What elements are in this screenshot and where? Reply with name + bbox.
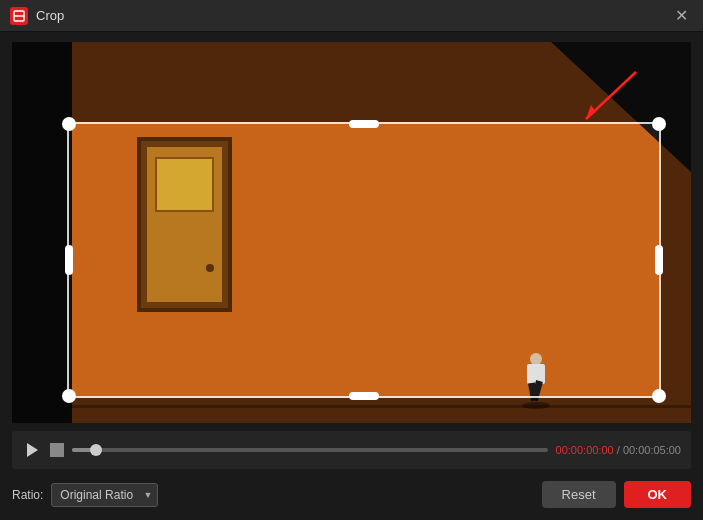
door-frame — [137, 137, 232, 312]
crop-overlay-right — [661, 122, 691, 398]
time-current: 00:00:00:00 — [556, 444, 614, 456]
bottom-bar: Ratio: Original Ratio 16:9 4:3 1:1 9:16 … — [12, 477, 691, 512]
play-button[interactable] — [22, 440, 42, 460]
time-display: 00:00:00:00 / 00:00:05:00 — [556, 444, 681, 456]
door-handle — [206, 264, 214, 272]
window-title: Crop — [36, 8, 669, 23]
video-preview — [12, 42, 691, 423]
time-separator: / — [614, 444, 623, 456]
close-button[interactable]: ✕ — [669, 4, 693, 28]
door-window — [155, 157, 214, 212]
reset-button[interactable]: Reset — [542, 481, 616, 508]
time-total: 00:00:05:00 — [623, 444, 681, 456]
title-bar: Crop ✕ — [0, 0, 703, 32]
crop-overlay-bottom — [12, 398, 691, 423]
stop-button[interactable] — [50, 443, 64, 457]
timeline-track[interactable] — [72, 448, 548, 452]
crop-overlay-left — [12, 122, 67, 398]
door-panel — [147, 147, 222, 302]
play-icon — [27, 443, 38, 457]
controls-bar: 00:00:00:00 / 00:00:05:00 — [12, 431, 691, 469]
main-content: 00:00:00:00 / 00:00:05:00 Ratio: Origina… — [0, 32, 703, 520]
crop-overlay-top — [12, 42, 691, 122]
ratio-select-wrapper: Original Ratio 16:9 4:3 1:1 9:16 — [51, 483, 158, 507]
ok-button[interactable]: OK — [624, 481, 692, 508]
ratio-select[interactable]: Original Ratio 16:9 4:3 1:1 9:16 — [51, 483, 158, 507]
timeline-thumb[interactable] — [90, 444, 102, 456]
ratio-label: Ratio: — [12, 488, 43, 502]
app-icon — [10, 7, 28, 25]
person-figure — [526, 353, 546, 403]
